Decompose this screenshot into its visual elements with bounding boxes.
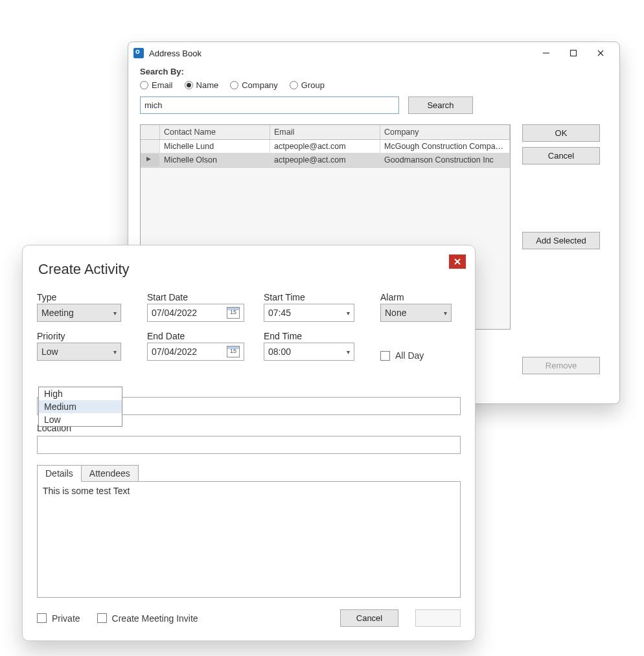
details-textarea[interactable]: This is some test Text — [37, 481, 461, 598]
checkbox-label: Private — [52, 613, 80, 624]
cell-company: Goodmanson Construction Inc — [380, 153, 510, 167]
combo-value: 07:45 — [268, 308, 291, 318]
combo-value: Low — [41, 346, 58, 357]
chevron-down-icon: ▾ — [113, 348, 117, 356]
end-date-input[interactable]: 07/04/2022 15 — [147, 343, 244, 361]
checkbox-label: Create Meeting Invite — [112, 613, 198, 624]
priority-option-low[interactable]: Low — [39, 413, 122, 426]
form-row-2: Priority Low ▾ End Date 07/04/2022 15 En… — [37, 331, 461, 361]
search-by-label: Search By: — [140, 67, 608, 76]
radio-label: Name — [196, 80, 219, 90]
window-title: Address Book — [149, 49, 533, 58]
label-start-time: Start Time — [264, 292, 374, 302]
cell-name: Michelle Olson — [160, 153, 270, 167]
ok-button-placeholder[interactable] — [415, 609, 461, 627]
col-company[interactable]: Company — [380, 125, 510, 140]
calendar-icon[interactable]: 15 — [227, 307, 240, 319]
grid-header: Contact Name Email Company — [141, 125, 510, 140]
priority-option-medium[interactable]: Medium — [39, 400, 122, 413]
radio-group[interactable]: Group — [290, 80, 325, 90]
radio-icon — [185, 81, 193, 89]
create-invite-checkbox[interactable]: Create Meeting Invite — [97, 613, 198, 624]
radio-icon — [230, 81, 238, 89]
cell-name: Michelle Lund — [160, 140, 270, 153]
priority-dropdown-list[interactable]: High Medium Low — [38, 387, 122, 427]
calendar-icon[interactable]: 15 — [227, 346, 240, 357]
cancel-button[interactable]: Cancel — [340, 609, 398, 627]
radio-email[interactable]: Email — [140, 80, 173, 90]
checkbox-icon — [380, 351, 390, 361]
cell-email: actpeople@act.com — [270, 140, 380, 153]
label-start-date: Start Date — [147, 292, 257, 302]
search-by-radios: Email Name Company Group — [140, 80, 608, 90]
checkbox-icon — [37, 613, 47, 623]
radio-name[interactable]: Name — [185, 80, 219, 90]
table-row[interactable]: Michelle Lund actpeople@act.com McGough … — [141, 140, 510, 153]
row-header — [141, 140, 160, 153]
combo-value: Meeting — [41, 308, 74, 318]
priority-option-high[interactable]: High — [39, 387, 122, 400]
radio-label: Email — [152, 80, 173, 90]
start-date-input[interactable]: 07/04/2022 15 — [147, 304, 244, 322]
add-selected-button[interactable]: Add Selected — [522, 232, 600, 249]
cell-email: actpeople@act.com — [270, 153, 380, 167]
priority-combo[interactable]: Low ▾ — [37, 343, 121, 361]
tab-details[interactable]: Details — [37, 465, 82, 482]
titlebar: Address Book — [128, 42, 619, 64]
row-header — [141, 153, 160, 167]
search-row: Search — [140, 96, 608, 114]
type-combo[interactable]: Meeting ▾ — [37, 304, 121, 322]
label-end-time: End Time — [264, 331, 374, 341]
remove-button[interactable]: Remove — [522, 357, 600, 374]
start-time-combo[interactable]: 07:45 ▾ — [264, 304, 354, 322]
minimize-button[interactable] — [533, 44, 560, 62]
search-button[interactable]: Search — [408, 96, 473, 114]
private-checkbox[interactable]: Private — [37, 613, 80, 624]
cancel-button[interactable]: Cancel — [522, 147, 600, 164]
maximize-button[interactable] — [560, 44, 587, 62]
table-row[interactable]: Michelle Olson actpeople@act.com Goodman… — [141, 153, 510, 167]
alarm-combo[interactable]: None ▾ — [380, 304, 452, 322]
side-buttons: OK Cancel Add Selected Remove — [522, 124, 600, 374]
grid-body: Michelle Lund actpeople@act.com McGough … — [141, 140, 510, 167]
location-row: Location — [37, 423, 461, 454]
radio-label: Group — [301, 80, 325, 90]
end-time-combo[interactable]: 08:00 ▾ — [264, 343, 354, 361]
checkbox-label: All Day — [395, 350, 424, 361]
chevron-down-icon: ▾ — [113, 310, 117, 317]
combo-value: 08:00 — [268, 346, 291, 357]
grid-corner — [141, 125, 160, 140]
search-input[interactable] — [140, 96, 399, 114]
svg-rect-1 — [571, 51, 577, 56]
app-icon — [133, 48, 144, 58]
form-row-1: Type Meeting ▾ Start Date 07/04/2022 15 … — [37, 292, 461, 322]
location-input[interactable] — [37, 436, 461, 454]
ok-button[interactable]: OK — [522, 124, 600, 142]
radio-icon — [140, 81, 148, 89]
label-type: Type — [37, 292, 141, 302]
close-button[interactable] — [449, 254, 466, 269]
radio-company[interactable]: Company — [230, 80, 278, 90]
label-priority: Priority — [37, 331, 141, 341]
tab-attendees[interactable]: Attendees — [82, 465, 139, 482]
dialog-footer: Private Create Meeting Invite Cancel — [37, 609, 461, 627]
cell-company: McGough Construction Company I — [380, 140, 510, 153]
label-alarm: Alarm — [380, 292, 484, 302]
dialog-title: Create Activity — [38, 261, 461, 278]
close-button[interactable] — [587, 44, 614, 62]
combo-value: None — [385, 308, 406, 318]
chevron-down-icon: ▾ — [347, 310, 350, 317]
radio-icon — [290, 81, 298, 89]
chevron-down-icon: ▾ — [347, 348, 350, 356]
tabs: Details Attendees — [37, 464, 461, 481]
chevron-down-icon: ▾ — [444, 310, 447, 317]
all-day-checkbox[interactable]: All Day — [380, 350, 484, 361]
date-value: 07/04/2022 — [152, 346, 197, 357]
col-email[interactable]: Email — [270, 125, 380, 140]
date-value: 07/04/2022 — [152, 308, 197, 318]
label-end-date: End Date — [147, 331, 257, 341]
col-contact-name[interactable]: Contact Name — [160, 125, 270, 140]
close-icon — [454, 258, 461, 266]
radio-label: Company — [242, 80, 278, 90]
checkbox-icon — [97, 613, 107, 623]
